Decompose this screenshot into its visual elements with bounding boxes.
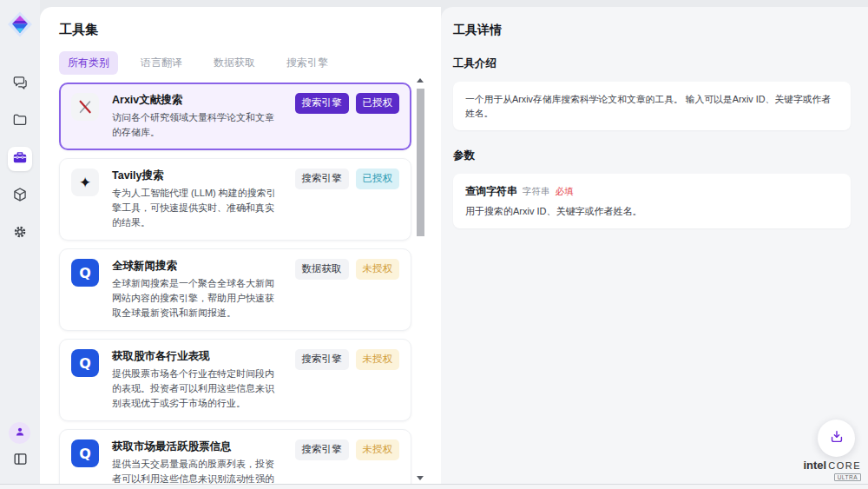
sidebar-item-chat[interactable] — [8, 72, 32, 96]
auth-status-badge: 已授权 — [356, 169, 400, 189]
detail-title: 工具详情 — [453, 21, 851, 38]
tool-title: 全球新闻搜索 — [112, 259, 282, 274]
tool-card-global-news[interactable]: Q 全球新闻搜索 全球新闻搜索是一个聚合全球各大新闻网站内容的搜索引擎，帮助用户… — [59, 248, 411, 331]
tool-description: 全球新闻搜索是一个聚合全球各大新闻网站内容的搜索引擎，帮助用户快速获取全球最新资… — [112, 276, 282, 320]
auth-status-badge: 已授权 — [356, 93, 400, 114]
stock-search-icon: Q — [71, 439, 99, 467]
scrollbar-thumb[interactable] — [417, 89, 424, 236]
param-name: 查询字符串 — [465, 184, 517, 199]
param-type: 字符串 — [523, 186, 550, 198]
panel-left-icon — [12, 451, 29, 471]
tool-title: 获取市场最活跃股票信息 — [112, 439, 282, 454]
list-scrollbar[interactable] — [417, 76, 424, 484]
brand-core: core — [828, 460, 861, 471]
tab-translation[interactable]: 语言翻译 — [132, 51, 191, 75]
arxiv-icon — [71, 93, 99, 121]
intel-core-logo: intel core ultra — [807, 459, 861, 481]
tool-description: 提供股票市场各个行业在特定时间段内的表现。投资者可以利用这些信息来识别表现优于或… — [112, 367, 282, 411]
category-tabs: 所有类别 语言翻译 数据获取 搜索引擎 — [59, 51, 411, 75]
category-badge: 搜索引擎 — [295, 93, 349, 114]
tool-description: 提供当天交易量最高的股票列表，投资者可以利用这些信息来识别流动性强的股票和潜在的… — [112, 457, 282, 484]
gear-icon — [11, 223, 29, 244]
category-badge: 数据获取 — [295, 259, 349, 280]
collapse-sidebar-button[interactable] — [10, 450, 30, 471]
tool-card-arxiv[interactable]: Arxiv文献搜索 访问各个研究领域大量科学论文和文章的存储库。 搜索引擎 已授… — [59, 83, 411, 150]
param-required-flag: 必填 — [556, 186, 574, 198]
auth-status-badge: 未授权 — [356, 349, 400, 370]
user-avatar[interactable] — [9, 422, 30, 444]
news-search-icon: Q — [71, 259, 99, 287]
download-button[interactable] — [818, 420, 855, 457]
sidebar-item-toolkit[interactable] — [8, 147, 32, 171]
folder-icon — [11, 111, 29, 132]
tool-detail-panel: 工具详情 工具介绍 一个用于从Arxiv存储库搜索科学论文和文章的工具。 输入可… — [441, 7, 868, 484]
star-icon: ✦ — [71, 169, 99, 196]
chat-icon — [11, 74, 29, 95]
intro-box: 一个用于从Arxiv存储库搜索科学论文和文章的工具。 输入可以是Arxiv ID… — [453, 82, 851, 130]
tool-description: 专为人工智能代理 (LLM) 构建的搜索引擎工具，可快速提供实时、准确和真实的结… — [112, 186, 282, 230]
sidebar-item-settings[interactable] — [8, 221, 32, 246]
scroll-down-arrow-icon[interactable] — [417, 476, 424, 480]
tool-card-sector-performance[interactable]: Q 获取股市各行业表现 提供股票市场各个行业在特定时间段内的表现。投资者可以利用… — [59, 339, 411, 421]
sidebar-item-packages[interactable] — [8, 184, 32, 208]
tab-all-categories[interactable]: 所有类别 — [59, 51, 118, 75]
intro-text: 一个用于从Arxiv存储库搜索科学论文和文章的工具。 输入可以是Arxiv ID… — [465, 92, 838, 120]
tool-card-tavily[interactable]: ✦ Tavily搜索 专为人工智能代理 (LLM) 构建的搜索引擎工具，可快速提… — [59, 158, 411, 241]
category-badge: 搜索引擎 — [295, 349, 349, 370]
toolkit-panel: 工具集 所有类别 语言翻译 数据获取 搜索引擎 Arxiv文献搜索 访问各个研究… — [40, 7, 441, 484]
window-bottom-edge — [0, 484, 868, 489]
user-icon — [14, 426, 26, 441]
category-badge: 搜索引擎 — [295, 169, 349, 189]
brand-badge: ultra — [834, 473, 861, 481]
tool-title: Arxiv文献搜索 — [112, 93, 282, 108]
sidebar — [0, 0, 40, 484]
tool-title: 获取股市各行业表现 — [112, 349, 282, 364]
app-logo-icon — [6, 10, 34, 39]
download-icon — [828, 428, 845, 449]
tab-search-engine[interactable]: 搜索引擎 — [278, 51, 337, 75]
tool-card-list: Arxiv文献搜索 访问各个研究领域大量科学论文和文章的存储库。 搜索引擎 已授… — [59, 83, 411, 484]
scroll-up-arrow-icon[interactable] — [417, 78, 424, 83]
intro-heading: 工具介绍 — [453, 56, 851, 71]
sidebar-item-files[interactable] — [8, 109, 32, 134]
params-heading: 参数 — [453, 149, 851, 163]
brand-intel: intel — [803, 459, 826, 472]
auth-status-badge: 未授权 — [356, 439, 400, 460]
stock-search-icon: Q — [71, 349, 99, 377]
param-box: 查询字符串 字符串 必填 用于搜索的Arxiv ID、关键字或作者姓名。 — [453, 174, 851, 228]
tool-card-active-stocks[interactable]: Q 获取市场最活跃股票信息 提供当天交易量最高的股票列表，投资者可以利用这些信息… — [59, 429, 411, 484]
tool-title: Tavily搜索 — [112, 169, 282, 183]
auth-status-badge: 未授权 — [356, 259, 400, 280]
page-title: 工具集 — [59, 21, 411, 38]
package-icon — [11, 186, 29, 207]
tab-data-fetch[interactable]: 数据获取 — [205, 51, 264, 75]
tool-description: 访问各个研究领域大量科学论文和文章的存储库。 — [112, 110, 282, 140]
category-badge: 搜索引擎 — [295, 439, 349, 460]
toolbox-icon — [11, 149, 29, 169]
param-description: 用于搜索的Arxiv ID、关键字或作者姓名。 — [465, 205, 838, 218]
